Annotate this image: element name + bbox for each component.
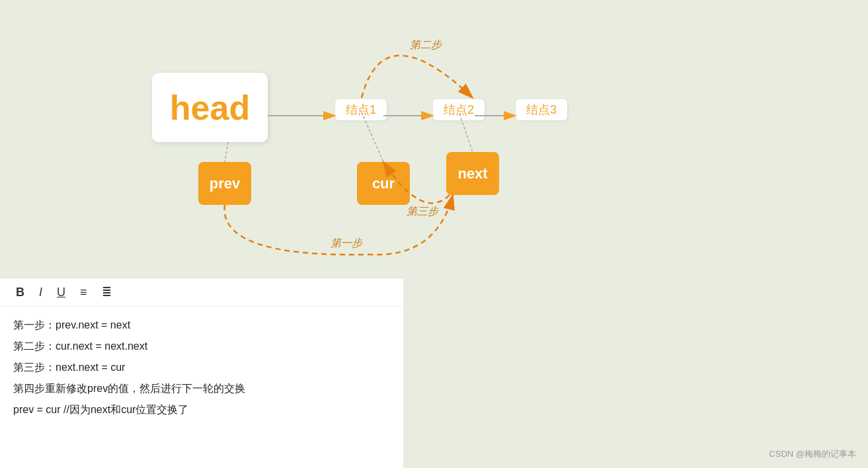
node3-label: 结点3 [516,99,567,120]
node1-label: 结点1 [335,99,387,120]
bold-button[interactable]: B [13,284,27,301]
prev-node: prev [198,162,251,205]
editor-content: 第一步：prev.next = next 第二步：cur.next = next… [0,307,403,428]
step3-label: 第三步 [407,205,438,219]
cur-label: cur [372,175,395,192]
text-editor: B I U ≡ ≣ 第一步：prev.next = next 第二步：cur.n… [0,278,403,468]
node2-label: 结点2 [433,99,485,120]
editor-line-1: 第一步：prev.next = next [13,315,390,336]
step2-label: 第二步 [410,38,442,52]
editor-line-5: prev = cur //因为next和cur位置交换了 [13,399,390,420]
editor-line-4: 第四步重新修改prev的值，然后进行下一轮的交换 [13,378,390,399]
editor-line-3: 第三步：next.next = cur [13,357,390,378]
next-label: next [457,165,487,182]
italic-button[interactable]: I [36,284,45,301]
head-node: head [152,73,268,142]
step1-label: 第一步 [331,237,362,251]
cur-node: cur [357,162,410,205]
next-node: next [446,152,499,195]
underline-button[interactable]: U [54,284,68,301]
watermark: CSDN @梅梅的记事本 [769,448,856,460]
head-label: head [170,88,250,128]
list1-button[interactable]: ≡ [77,284,90,301]
editor-line-2: 第二步：cur.next = next.next [13,336,390,357]
svg-line-6 [225,142,228,162]
prev-label: prev [210,175,240,192]
editor-toolbar: B I U ≡ ≣ [0,278,403,307]
list2-button[interactable]: ≣ [99,284,114,301]
